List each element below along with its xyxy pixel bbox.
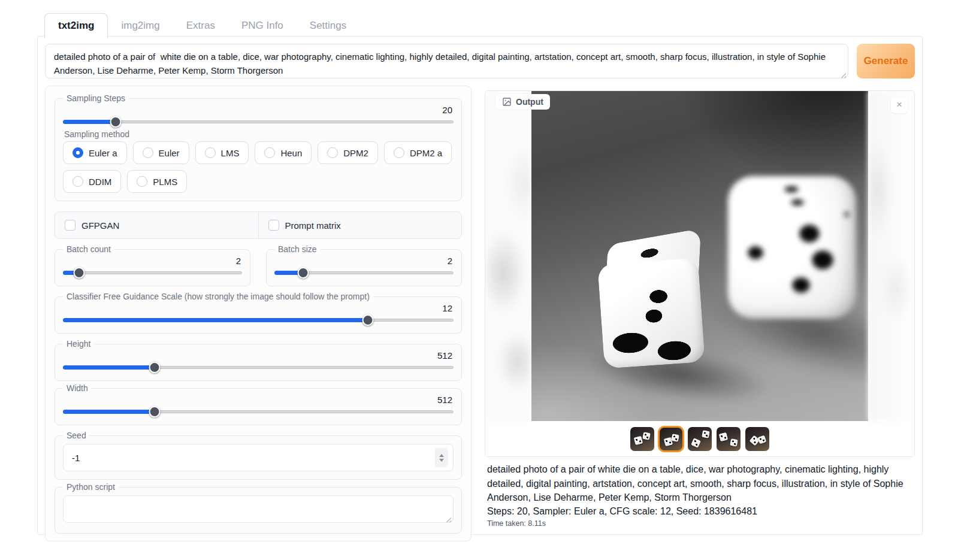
prompt-row: detailed photo of a pair of white die on… xyxy=(45,44,915,81)
sampling-steps-slider[interactable] xyxy=(63,116,454,127)
seed-box xyxy=(63,444,454,471)
cfg-scale-group: Classifier Free Guidance Scale (how stro… xyxy=(55,292,462,334)
blurred-die xyxy=(728,176,856,319)
mini-die xyxy=(702,429,710,438)
slider-thumb[interactable] xyxy=(110,116,122,128)
die-front-face xyxy=(597,258,705,368)
batch-count-group: Batch count 2 xyxy=(55,244,250,286)
batch-size-label: Batch size xyxy=(274,244,321,254)
prompt-box: detailed photo of a pair of white die on… xyxy=(45,44,848,81)
slider-fill xyxy=(63,318,368,322)
prompt-matrix-label: Prompt matrix xyxy=(285,220,341,231)
width-group: Width 512 xyxy=(55,383,462,425)
seed-group: Seed xyxy=(55,431,462,480)
thumbnail-4[interactable] xyxy=(717,427,741,451)
height-slider[interactable] xyxy=(63,362,454,373)
radio-dpm2-a[interactable]: DPM2 a xyxy=(384,141,452,164)
seed-stepper[interactable] xyxy=(435,448,448,467)
radio-euler-a[interactable]: Euler a xyxy=(63,141,127,164)
tab-txt2img[interactable]: txt2img xyxy=(44,13,108,39)
seed-label: Seed xyxy=(63,431,90,440)
tab-settings[interactable]: Settings xyxy=(297,14,359,38)
mini-die xyxy=(634,435,643,445)
python-script-box xyxy=(63,495,454,525)
batch-size-slider[interactable] xyxy=(274,267,454,278)
slider-track xyxy=(63,120,454,123)
radio-label: Euler a xyxy=(89,148,117,158)
txt2img-panel: detailed photo of a pair of white die on… xyxy=(37,36,923,535)
sampling-steps-value: 20 xyxy=(63,105,452,115)
info-params: Steps: 20, Sampler: Euler a, CFG scale: … xyxy=(487,506,910,517)
slider-thumb[interactable] xyxy=(73,267,84,279)
seed-input[interactable] xyxy=(64,453,435,463)
slider-thumb[interactable] xyxy=(362,314,373,326)
radio-label: DPM2 a xyxy=(410,148,442,158)
cfg-scale-label: Classifier Free Guidance Scale (how stro… xyxy=(63,292,373,301)
sampling-steps-label: Sampling Steps xyxy=(63,93,129,103)
slider-track xyxy=(63,271,242,274)
prompt-matrix-checkbox[interactable]: Prompt matrix xyxy=(258,212,462,238)
gfpgan-checkbox[interactable]: GFPGAN xyxy=(55,212,258,238)
radio-dpm2[interactable]: DPM2 xyxy=(318,141,378,164)
batch-count-value: 2 xyxy=(63,256,241,266)
dimensions-group: Height 512 Width 512 xyxy=(55,339,462,425)
tab-png-info[interactable]: PNG Info xyxy=(228,14,297,38)
output-label: Output xyxy=(516,97,543,107)
mini-die xyxy=(691,437,701,447)
thumbnail-3[interactable] xyxy=(688,427,712,451)
close-button[interactable]: × xyxy=(891,96,908,113)
thumbnail-2-selected[interactable] xyxy=(659,427,683,451)
stable-diffusion-webui: txt2img img2img Extras PNG Info Settings… xyxy=(0,0,955,560)
stepper-down-icon[interactable] xyxy=(439,459,444,462)
radio-label: Heun xyxy=(280,148,302,158)
mini-die xyxy=(719,432,729,441)
prompt-input[interactable]: detailed photo of a pair of white die on… xyxy=(45,44,848,78)
batch-size-value: 2 xyxy=(274,256,452,266)
radio-euler[interactable]: Euler xyxy=(133,141,189,164)
radio-lms[interactable]: LMS xyxy=(195,141,249,164)
tab-img2img[interactable]: img2img xyxy=(108,14,173,38)
width-label: Width xyxy=(63,383,92,393)
focused-die xyxy=(601,236,706,365)
width-value: 512 xyxy=(63,395,452,405)
thumbnail-5[interactable] xyxy=(745,427,769,451)
generation-info: detailed photo of a pair of white die on… xyxy=(487,462,910,528)
output-gallery: Output × xyxy=(485,90,915,457)
radio-plms[interactable]: PLMS xyxy=(127,170,187,193)
radio-label: DPM2 xyxy=(343,148,368,158)
generated-image[interactable] xyxy=(531,91,868,421)
slider-thumb[interactable] xyxy=(297,267,309,279)
cfg-scale-slider[interactable] xyxy=(63,314,454,325)
radio-ddim[interactable]: DDIM xyxy=(63,170,121,193)
tab-extras[interactable]: Extras xyxy=(173,14,228,38)
sampling-group: Sampling Steps 20 Sampling method Euler … xyxy=(55,93,462,201)
generate-button[interactable]: Generate xyxy=(857,44,915,78)
slider-thumb[interactable] xyxy=(149,362,161,373)
checkbox-icon xyxy=(65,220,75,231)
batch-count-slider[interactable] xyxy=(63,267,242,278)
slider-fill xyxy=(63,410,155,414)
stepper-up-icon[interactable] xyxy=(439,454,444,457)
radio-heun[interactable]: Heun xyxy=(255,141,312,164)
radio-icon xyxy=(72,176,83,187)
mini-die xyxy=(671,433,679,441)
mini-die xyxy=(730,438,738,446)
batch-count-label: Batch count xyxy=(63,244,114,254)
python-script-label: Python script xyxy=(63,482,119,492)
image-icon xyxy=(502,97,512,107)
tab-bar: txt2img img2img Extras PNG Info Settings xyxy=(44,13,359,38)
image-backdrop-left xyxy=(485,91,531,421)
thumbnail-1[interactable] xyxy=(630,427,654,451)
checkbox-icon xyxy=(268,220,279,231)
image-backdrop-right xyxy=(868,91,914,421)
radio-icon xyxy=(143,147,153,158)
python-script-input[interactable] xyxy=(63,495,454,523)
width-slider[interactable] xyxy=(63,406,454,417)
radio-label: Euler xyxy=(159,148,180,158)
sampling-method-group: Sampling method Euler a Euler xyxy=(63,131,454,193)
seed-script-group: Seed Python script xyxy=(55,431,462,534)
mini-die xyxy=(642,431,651,440)
sampling-method-label: Sampling method xyxy=(63,129,131,139)
toggles-row: GFPGAN Prompt matrix xyxy=(55,211,462,239)
slider-thumb[interactable] xyxy=(149,406,161,417)
